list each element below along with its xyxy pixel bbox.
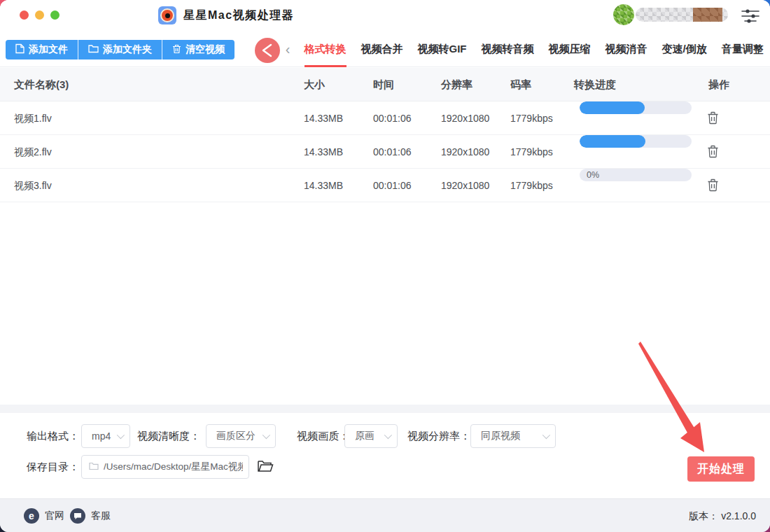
file-table: 文件名称(3) 大小 时间 分辨率 码率 转换进度 操作 视频1.flv 14.… bbox=[0, 68, 770, 202]
official-site-label: 官网 bbox=[45, 510, 64, 522]
file-bitrate: 1779kbps bbox=[510, 135, 553, 169]
quality-label: 视频画质： bbox=[297, 424, 349, 448]
settings-panel: 输出格式： mp4 视频清晰度： 画质区分 视频画质： 原画 视频分辨率： 同原… bbox=[0, 413, 770, 498]
app-window: 星星Mac视频处理器 添加文件 bbox=[0, 0, 770, 532]
browser-e-icon: e bbox=[24, 508, 39, 524]
app-title: 星星Mac视频处理器 bbox=[183, 8, 294, 23]
tab-video-merge[interactable]: 视频合并 bbox=[361, 31, 403, 67]
file-actions-group: 添加文件 添加文件夹 清空视频 bbox=[6, 40, 234, 59]
add-file-icon bbox=[15, 43, 24, 56]
version-info: 版本： v2.1.0.0 bbox=[689, 499, 756, 532]
tab-video-to-audio[interactable]: 视频转音频 bbox=[482, 31, 534, 67]
minimize-window-button[interactable] bbox=[35, 10, 44, 20]
customer-service-label: 客服 bbox=[91, 510, 111, 522]
file-duration: 00:01:06 bbox=[373, 102, 412, 135]
add-folder-icon bbox=[88, 44, 99, 55]
delete-row-button[interactable] bbox=[706, 111, 720, 125]
progress-value: 58% bbox=[621, 102, 645, 114]
save-dir-label: 保存目录： bbox=[27, 455, 79, 479]
file-resolution: 1920x1080 bbox=[441, 169, 489, 202]
delete-row-button[interactable] bbox=[706, 145, 720, 159]
output-format-label: 输出格式： bbox=[27, 424, 79, 448]
customer-service-link[interactable]: 客服 bbox=[70, 499, 111, 532]
add-folder-label: 添加文件夹 bbox=[103, 43, 152, 56]
tab-bar: ‹ 格式转换 视频合并 视频转GIF 视频转音频 视频压缩 视频消音 变速/倒放… bbox=[279, 31, 770, 67]
file-resolution: 1920x1080 bbox=[441, 102, 489, 135]
add-file-label: 添加文件 bbox=[29, 43, 68, 56]
resolution-label: 视频分辨率： bbox=[407, 424, 470, 448]
tab-video-to-gif[interactable]: 视频转GIF bbox=[418, 31, 467, 67]
footer: e 官网 客服 版本： v2.1.0.0 bbox=[0, 498, 770, 532]
table-row: 视频3.flv 14.33MB 00:01:06 1920x1080 1779k… bbox=[0, 169, 770, 202]
tab-speed-reverse[interactable]: 变速/倒放 bbox=[662, 31, 707, 67]
panel-divider bbox=[0, 405, 770, 413]
col-bitrate: 码率 bbox=[510, 68, 531, 102]
chevron-down-icon bbox=[262, 431, 270, 439]
progress-bar: 0% 0% bbox=[580, 169, 692, 181]
file-bitrate: 1779kbps bbox=[510, 169, 553, 202]
resolution-select[interactable]: 同原视频 bbox=[470, 424, 556, 448]
maximize-window-button[interactable] bbox=[50, 10, 59, 20]
titlebar: 星星Mac视频处理器 bbox=[0, 0, 770, 31]
tab-video-mute[interactable]: 视频消音 bbox=[606, 31, 648, 67]
output-format-select[interactable]: mp4 bbox=[81, 424, 130, 448]
quality-select[interactable]: 原画 bbox=[344, 424, 398, 448]
clear-videos-label: 清空视频 bbox=[186, 43, 225, 56]
progress-value: 59% bbox=[622, 135, 645, 148]
chevron-down-icon bbox=[542, 431, 550, 439]
settings-sliders-icon[interactable] bbox=[741, 8, 760, 23]
file-duration: 00:01:06 bbox=[373, 169, 412, 202]
col-filename: 文件名称(3) bbox=[14, 68, 69, 102]
official-site-link[interactable]: e 官网 bbox=[24, 499, 64, 532]
file-size: 14.33MB bbox=[304, 102, 343, 135]
folder-small-icon bbox=[89, 461, 99, 473]
table-row: 视频1.flv 14.33MB 00:01:06 1920x1080 1779k… bbox=[0, 102, 770, 135]
tab-format-convert[interactable]: 格式转换 bbox=[304, 31, 346, 67]
col-time: 时间 bbox=[373, 68, 394, 102]
save-dir-input[interactable]: /Users/mac/Desktop/星星Mac视频 bbox=[81, 455, 249, 479]
add-folder-button[interactable]: 添加文件夹 bbox=[78, 40, 162, 59]
clear-videos-icon bbox=[172, 44, 181, 56]
progress-bar: 59% 59% bbox=[580, 135, 692, 148]
table-row: 视频2.flv 14.33MB 00:01:06 1920x1080 1779k… bbox=[0, 135, 770, 169]
close-window-button[interactable] bbox=[20, 10, 29, 20]
username-redacted bbox=[636, 8, 728, 22]
browse-folder-button[interactable] bbox=[256, 458, 274, 476]
tab-volume-adjust[interactable]: 音量调整 bbox=[722, 31, 764, 67]
version-value: v2.1.0.0 bbox=[721, 510, 756, 522]
file-size: 14.33MB bbox=[304, 135, 343, 169]
delete-row-button[interactable] bbox=[706, 178, 720, 192]
start-processing-button[interactable]: 开始处理 bbox=[687, 456, 755, 482]
clarity-select[interactable]: 画质区分 bbox=[206, 424, 276, 448]
toolbar-strip: 添加文件 添加文件夹 清空视频 ‹ 格式 bbox=[0, 31, 770, 67]
clear-videos-button[interactable]: 清空视频 bbox=[162, 40, 234, 59]
user-avatar[interactable] bbox=[613, 4, 634, 25]
col-progress: 转换进度 bbox=[574, 68, 616, 102]
tabs-scroll-left-icon[interactable]: ‹ bbox=[279, 31, 297, 67]
file-size: 14.33MB bbox=[304, 169, 343, 202]
chevron-down-icon bbox=[384, 431, 392, 439]
save-dir-value: /Users/mac/Desktop/星星Mac视频 bbox=[104, 461, 243, 473]
file-resolution: 1920x1080 bbox=[441, 135, 489, 169]
chevron-down-icon bbox=[117, 431, 125, 439]
col-resolution: 分辨率 bbox=[441, 68, 472, 102]
add-file-button[interactable]: 添加文件 bbox=[6, 40, 78, 59]
progress-bar: 58% 58% bbox=[580, 102, 692, 114]
col-operations: 操作 bbox=[708, 68, 729, 102]
table-header: 文件名称(3) 大小 时间 分辨率 码率 转换进度 操作 bbox=[0, 68, 770, 102]
tab-video-compress[interactable]: 视频压缩 bbox=[549, 31, 591, 67]
chat-bubble-icon bbox=[70, 508, 85, 524]
file-name: 视频1.flv bbox=[14, 102, 52, 135]
col-size: 大小 bbox=[304, 68, 325, 102]
clarity-label: 视频清晰度： bbox=[137, 424, 200, 448]
app-logo-icon bbox=[158, 6, 176, 24]
file-bitrate: 1779kbps bbox=[510, 102, 553, 135]
file-name: 视频3.flv bbox=[14, 169, 52, 202]
file-name: 视频2.flv bbox=[14, 135, 52, 169]
file-duration: 00:01:06 bbox=[373, 135, 412, 169]
